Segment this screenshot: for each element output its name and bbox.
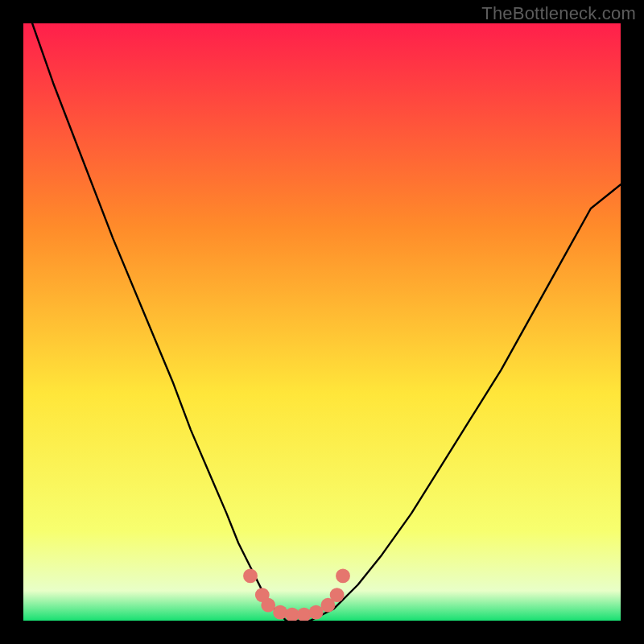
minimum-dot [330,588,345,602]
minimum-dot [309,605,324,620]
gradient-background [23,23,621,621]
minimum-dot [243,569,258,584]
plot-area [23,23,621,621]
minimum-dot [336,569,350,584]
chart-frame: TheBottleneck.com [0,0,644,644]
watermark-text: TheBottleneck.com [481,3,636,24]
minimum-dot [273,605,287,620]
minimum-dot [261,598,275,613]
bottleneck-chart [23,23,621,621]
